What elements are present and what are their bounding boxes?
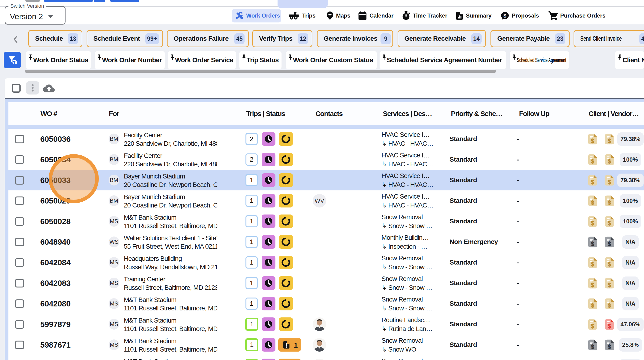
- svg-text:$: $: [608, 344, 611, 350]
- svg-text:$: $: [608, 282, 611, 288]
- svg-text:$: $: [591, 220, 594, 226]
- svg-text:$: $: [591, 241, 594, 247]
- svg-text:$: $: [591, 261, 594, 268]
- svg-text:$: $: [608, 241, 611, 247]
- svg-text:$: $: [608, 138, 611, 144]
- svg-text:1: 1: [294, 341, 298, 349]
- svg-text:$: $: [591, 282, 594, 288]
- svg-text:$: $: [591, 323, 594, 329]
- svg-text:$: $: [608, 261, 611, 268]
- svg-text:$: $: [608, 220, 611, 226]
- svg-text:$: $: [608, 302, 611, 309]
- svg-text:$: $: [608, 199, 611, 206]
- svg-text:$: $: [503, 13, 506, 18]
- svg-text:$: $: [591, 158, 594, 165]
- svg-text:$: $: [608, 323, 611, 329]
- svg-text:$: $: [608, 179, 611, 185]
- svg-text:$: $: [591, 199, 594, 206]
- svg-text:$: $: [591, 344, 594, 350]
- svg-text:$: $: [591, 302, 594, 309]
- svg-text:$: $: [591, 179, 594, 185]
- svg-text:$: $: [591, 138, 594, 144]
- svg-text:$: $: [608, 158, 611, 165]
